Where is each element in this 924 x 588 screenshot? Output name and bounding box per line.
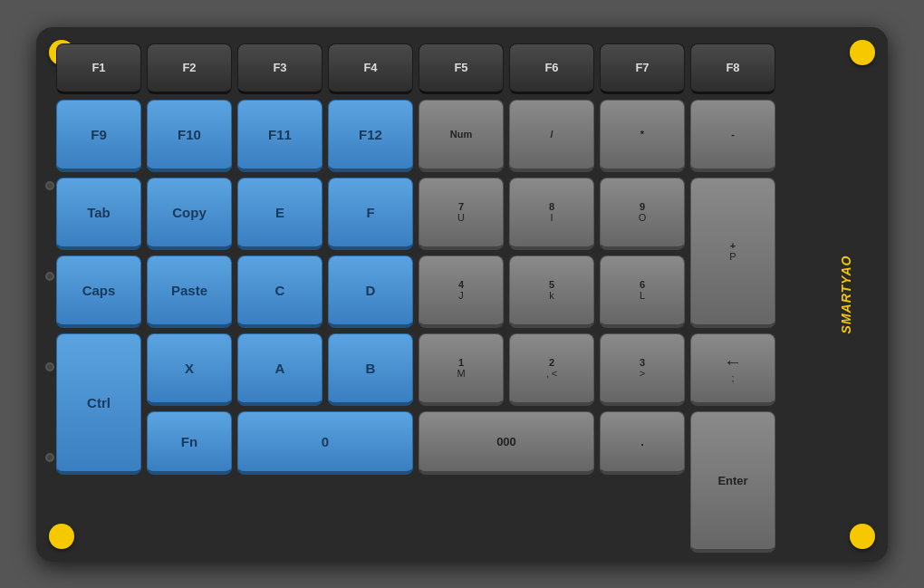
numpad-main: Num / * 7 U [419,100,685,553]
key-f4[interactable]: F4 [328,43,413,94]
brand-label: SMARTYAO [839,255,853,333]
key-a[interactable]: A [237,333,322,406]
key-7[interactable]: 7 U [419,178,504,250]
keys-area: F1 F2 F3 F4 F5 F6 F7 F8 F9 F10 F11 F12 [56,43,868,545]
key-enter[interactable]: Enter [690,411,775,553]
row-x-a-b: X A B [147,333,413,406]
key-000[interactable]: 000 [419,411,594,475]
key-b[interactable]: B [328,333,413,406]
left-blue-section: F9 F10 F11 F12 Tab Copy E F Caps Paste C [56,100,413,553]
key-ctrl[interactable]: Ctrl [56,333,141,475]
row-tab-f: Tab Copy E F [56,178,413,250]
key-f9[interactable]: F9 [56,100,141,172]
key-1[interactable]: 1 M [419,333,504,406]
screw-top-right [850,40,875,65]
ctrl-fn-area: Ctrl [56,333,141,475]
screw-bottom-right [850,524,875,549]
key-3[interactable]: 3 > [600,333,685,406]
numpad-right-col: - + P ← ; Enter [690,100,775,553]
side-dot-4 [45,453,54,462]
row-fn-0: Fn 0 [147,411,413,475]
key-backspace[interactable]: ← ; [690,333,775,406]
key-f8[interactable]: F8 [690,43,775,94]
key-caps[interactable]: Caps [56,255,141,328]
key-multiply[interactable]: * [600,100,685,172]
side-dot-2 [45,272,54,281]
numpad-row4: 4 J 5 k 6 L [419,255,685,328]
side-dot-3 [45,362,54,371]
row-f9-f12: F9 F10 F11 F12 [56,100,413,172]
key-f2[interactable]: F2 [147,43,232,94]
key-9[interactable]: 9 O [600,178,685,250]
key-dot[interactable]: . [600,411,685,475]
key-f12[interactable]: F12 [328,100,413,172]
key-f10[interactable]: F10 [147,100,232,172]
screw-bottom-left [49,524,74,549]
key-plus[interactable]: + P [690,178,775,328]
row5-area: Ctrl X A B Fn 0 [56,333,413,475]
key-6[interactable]: 6 L [600,255,685,328]
key-c[interactable]: C [237,255,322,328]
backspace-icon: ← [724,352,742,372]
key-f[interactable]: F [328,178,413,250]
row-f1-f8: F1 F2 F3 F4 F5 F6 F7 F8 [56,43,868,94]
key-2[interactable]: 2 , < [509,333,594,406]
key-f1[interactable]: F1 [56,43,141,94]
key-e[interactable]: E [237,178,322,250]
key-f6[interactable]: F6 [509,43,594,94]
key-tab[interactable]: Tab [56,178,141,250]
x-a-b-fn-0: X A B Fn 0 [147,333,413,475]
side-dot-1 [45,181,54,190]
key-4[interactable]: 4 J [419,255,504,328]
key-d[interactable]: D [328,255,413,328]
key-0[interactable]: 0 [237,411,413,475]
numpad-row3: 7 U 8 I 9 O [419,178,685,250]
keyboard-body: SMARTYAO F1 F2 F3 F4 F5 F6 F7 F8 F9 F10 … [36,27,888,562]
key-f11[interactable]: F11 [237,100,322,172]
key-f3[interactable]: F3 [237,43,322,94]
numpad-section: Num / * 7 U [419,100,775,553]
key-8[interactable]: 8 I [509,178,594,250]
key-minus[interactable]: - [690,100,775,172]
key-divide[interactable]: / [509,100,594,172]
row-caps-d: Caps Paste C D [56,255,413,328]
key-f5[interactable]: F5 [419,43,504,94]
key-copy[interactable]: Copy [147,178,232,250]
key-x[interactable]: X [147,333,232,406]
key-num[interactable]: Num [419,100,504,172]
key-5[interactable]: 5 k [509,255,594,328]
key-paste[interactable]: Paste [147,255,232,328]
key-f7[interactable]: F7 [600,43,685,94]
numpad-row6: 000 . [419,411,685,475]
numpad-row2: Num / * [419,100,685,172]
main-key-area: F9 F10 F11 F12 Tab Copy E F Caps Paste C [56,100,868,553]
key-fn[interactable]: Fn [147,411,232,475]
numpad-row5: 1 M 2 , < 3 > [419,333,685,406]
